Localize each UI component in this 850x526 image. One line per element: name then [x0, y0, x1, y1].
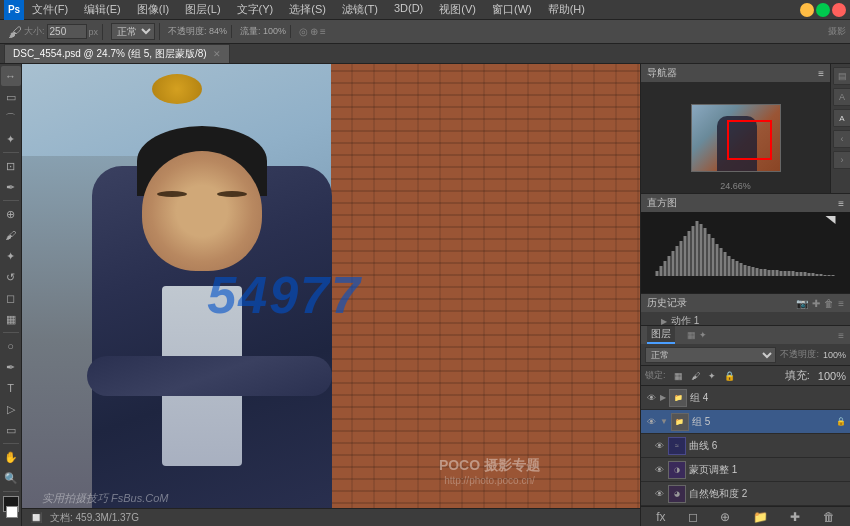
gradient-tool[interactable]: ▦ [1, 309, 21, 329]
menu-file[interactable]: 文件(F) [28, 0, 72, 19]
history-delete-btn[interactable]: 🗑 [824, 298, 834, 309]
layer-eye-sat2[interactable]: 👁 [653, 488, 665, 500]
layer-saturation2[interactable]: 👁 ◕ 自然饱和度 2 [641, 482, 850, 506]
history-icons: 📷 ✚ 🗑 ≡ [796, 298, 844, 309]
fold-icon-group4[interactable]: ▶ [660, 393, 666, 402]
history-brush-tool[interactable]: ↺ [1, 267, 21, 287]
close-button[interactable] [832, 3, 846, 17]
menu-window[interactable]: 窗口(W) [488, 0, 536, 19]
menu-image[interactable]: 图像(I) [133, 0, 173, 19]
collapse-btn[interactable]: A [833, 88, 850, 106]
fold-icon-group5[interactable]: ▼ [660, 417, 668, 426]
tab-close-icon[interactable]: ✕ [213, 49, 221, 59]
layer-group4[interactable]: 👁 ▶ 📁 组 4 [641, 386, 850, 410]
path-tool[interactable]: ▷ [1, 399, 21, 419]
brush-size-input[interactable] [47, 24, 87, 39]
hand-tool[interactable]: ✋ [1, 447, 21, 467]
lock-label: 锁定: [645, 369, 666, 382]
hist-icon: ▶ [661, 317, 667, 326]
poco-brand: POCO 摄影专题 [439, 457, 540, 475]
blend-mode-select[interactable]: 正常 [111, 23, 155, 40]
tool-separator-4 [3, 443, 19, 444]
watermark-number: 54977 [207, 265, 362, 325]
crop-tool[interactable]: ⊡ [1, 156, 21, 176]
navigator-viewport-box[interactable] [727, 120, 772, 160]
menu-3d[interactable]: 3D(D) [390, 0, 427, 19]
brush-tool[interactable]: 🖌 [1, 225, 21, 245]
menu-select[interactable]: 选择(S) [285, 0, 330, 19]
navigator-thumbnail [691, 104, 781, 172]
history-menu-btn[interactable]: ≡ [838, 298, 844, 309]
svg-rect-18 [728, 256, 731, 276]
layers-tab[interactable]: 图层 [647, 326, 675, 344]
histogram-icon-btn[interactable]: ▤ [833, 67, 850, 85]
svg-rect-23 [748, 266, 751, 276]
airbrush-icon[interactable]: ◎ [299, 26, 308, 37]
minimize-button[interactable] [800, 3, 814, 17]
layer-mask-btn[interactable]: ◻ [688, 510, 698, 524]
menu-text[interactable]: 文字(Y) [233, 0, 278, 19]
eraser-tool[interactable]: ◻ [1, 288, 21, 308]
layer-fx-btn[interactable]: fx [656, 510, 665, 524]
clone-tool[interactable]: ✦ [1, 246, 21, 266]
svg-rect-42 [824, 275, 827, 276]
menu-filter[interactable]: 滤镜(T) [338, 0, 382, 19]
svg-rect-38 [808, 273, 811, 276]
magic-wand-tool[interactable]: ✦ [1, 129, 21, 149]
history-new-btn[interactable]: ✚ [812, 298, 820, 309]
svg-rect-17 [724, 252, 727, 276]
lock-all-btn[interactable]: 🔒 [724, 371, 735, 381]
hist-item-action1[interactable]: ▶ 动作 1 [641, 312, 850, 325]
menu-view[interactable]: 视图(V) [435, 0, 480, 19]
left-nav-btn[interactable]: ‹ [833, 130, 850, 148]
pen-tool[interactable]: ✒ [1, 357, 21, 377]
right-eye [217, 191, 247, 197]
lock-image-btn[interactable]: 🖌 [691, 371, 700, 381]
layer-eye-curve6[interactable]: 👁 [653, 440, 665, 452]
window-controls [800, 3, 846, 17]
layers-menu-btn[interactable]: ≡ [838, 330, 844, 341]
svg-rect-22 [744, 265, 747, 276]
lock-position-btn[interactable]: ✦ [708, 371, 716, 381]
layer-eye-group4[interactable]: 👁 [645, 392, 657, 404]
move-tool[interactable]: ↔ [1, 66, 21, 86]
menu-help[interactable]: 帮助(H) [544, 0, 589, 19]
tool-separator-3 [3, 332, 19, 333]
shape-tool[interactable]: ▭ [1, 420, 21, 440]
navigator-menu-icon[interactable]: ≡ [818, 68, 824, 79]
layer-new-btn[interactable]: ✚ [790, 510, 800, 524]
healing-tool[interactable]: ⊕ [1, 204, 21, 224]
menu-layer[interactable]: 图层(L) [181, 0, 224, 19]
layer-group5[interactable]: 👁 ▼ 📁 组 5 🔒 [641, 410, 850, 434]
history-snapshot-btn[interactable]: 📷 [796, 298, 808, 309]
search-button[interactable]: 摄影 [828, 25, 846, 38]
maximize-button[interactable] [816, 3, 830, 17]
layer-group-btn[interactable]: 📁 [753, 510, 768, 524]
dodge-tool[interactable]: ○ [1, 336, 21, 356]
layer-delete-btn[interactable]: 🗑 [823, 510, 835, 524]
layer-adj-btn[interactable]: ⊕ [720, 510, 730, 524]
background-color[interactable] [6, 506, 18, 518]
mode-group: 正常 [107, 23, 160, 40]
text-tool[interactable]: T [1, 378, 21, 398]
select-tool[interactable]: ▭ [1, 87, 21, 107]
svg-rect-30 [776, 270, 779, 276]
zoom-tool[interactable]: 🔍 [1, 468, 21, 488]
align-icon[interactable]: ≡ [320, 26, 326, 37]
lock-transparent-btn[interactable]: ▦ [674, 371, 683, 381]
menu-edit[interactable]: 编辑(E) [80, 0, 125, 19]
histogram-menu-icon[interactable]: ≡ [838, 198, 844, 209]
layer-curve6[interactable]: 👁 ≈ 曲线 6 [641, 434, 850, 458]
eyedropper-tool[interactable]: ✒ [1, 177, 21, 197]
lasso-tool[interactable]: ⌒ [1, 108, 21, 128]
expand-btn[interactable]: A [833, 109, 850, 127]
document-tab[interactable]: DSC_4554.psd @ 24.7% (组 5, 图层蒙版/8) ✕ [4, 44, 230, 63]
layer-blend-mode-select[interactable]: 正常 [645, 347, 776, 363]
tool-separator-1 [3, 152, 19, 153]
right-nav-btn[interactable]: › [833, 151, 850, 169]
pressure-icon[interactable]: ⊕ [310, 26, 318, 37]
layer-eye-group5[interactable]: 👁 [645, 416, 657, 428]
layer-eye-adj1[interactable]: 👁 [653, 464, 665, 476]
layer-adjustment1[interactable]: 👁 ◑ 蒙页调整 1 [641, 458, 850, 482]
brush-icon[interactable]: 🖌 [8, 24, 22, 40]
